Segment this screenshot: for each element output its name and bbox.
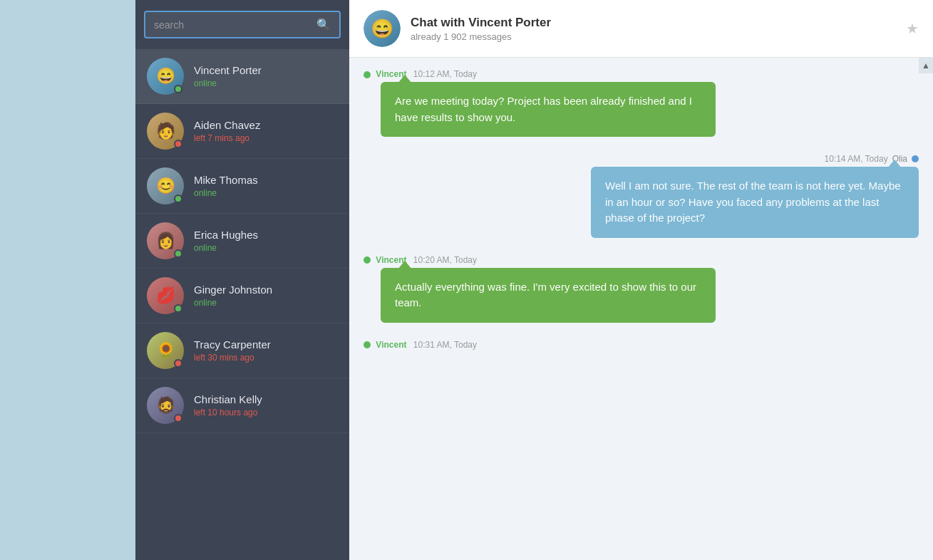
avatar-wrap-aiden-chavez: 🧑 [147,113,184,150]
chat-area: 😄 Chat with Vincent Porter already 1 902… [349,0,933,560]
vincent-status-dot-3 [364,341,371,348]
message-time-1: 10:12 AM, Today [413,69,477,79]
search-button[interactable]: 🔍 [316,18,331,31]
status-dot-christian-kelly [174,414,182,422]
contact-name-ginger-johnston: Ginger Johnston [194,284,272,296]
olia-status-dot [912,155,919,162]
header-info: Chat with Vincent Porter already 1 902 m… [411,16,906,42]
message-bubble-2: Well I am not sure. The rest of the team… [591,167,919,238]
sidebar: 🔍 😄Vincent Porteronline🧑Aiden Chavezleft… [135,0,349,560]
contact-status-ginger-johnston: online [194,298,272,308]
contact-info-christian-kelly: Christian Kellyleft 10 hours ago [194,393,262,418]
message-meta-3: Vincent 10:20 AM, Today [364,255,919,265]
contact-item-vincent-porter[interactable]: 😄Vincent Porteronline [135,49,349,104]
contact-status-mike-thomas: online [194,188,258,198]
contact-list: 😄Vincent Porteronline🧑Aiden Chavezleft 7… [135,49,349,560]
message-bubble-1: Are we meeting today? Project has been a… [381,82,716,137]
search-input[interactable] [154,19,316,31]
message-meta-1: Vincent 10:12 AM, Today [364,69,919,79]
contact-name-erica-hughes: Erica Hughes [194,229,258,241]
chat-subtitle: already 1 902 messages [411,31,906,42]
status-dot-erica-hughes [174,249,182,258]
message-meta-4: Vincent 10:31 AM, Today [364,340,919,350]
avatar-face-aiden-chavez: 🧑 [156,113,175,150]
contact-info-aiden-chavez: Aiden Chavezleft 7 mins ago [194,119,260,143]
status-dot-ginger-johnston [174,304,182,313]
contact-item-ginger-johnston[interactable]: 💋Ginger Johnstononline [135,269,349,323]
header-avatar-icon: 😄 [371,10,393,47]
message-bubble-3: Actually everything was fine. I'm very e… [381,268,716,323]
chat-header: 😄 Chat with Vincent Porter already 1 902… [349,0,933,58]
vincent-status-dot-2 [364,256,371,264]
chat-title: Chat with Vincent Porter [411,16,906,30]
avatar-face-christian-kelly: 🧔 [156,387,175,424]
contact-status-erica-hughes: online [194,243,258,253]
contact-name-aiden-chavez: Aiden Chavez [194,119,260,131]
search-bar[interactable]: 🔍 [144,11,341,38]
avatar-wrap-christian-kelly: 🧔 [147,387,184,424]
avatar-face-vincent-porter: 😄 [156,58,175,95]
contact-status-tracy-carpenter: left 30 mins ago [194,353,271,363]
status-dot-tracy-carpenter [174,359,182,368]
scroll-up-arrow[interactable]: ▲ [919,58,933,73]
contact-item-tracy-carpenter[interactable]: 🌻Tracy Carpenterleft 30 mins ago [135,323,349,378]
header-avatar: 😄 [364,10,401,47]
contact-info-erica-hughes: Erica Hughesonline [194,229,258,253]
left-background [0,0,135,560]
message-sender-4: Vincent [376,340,406,350]
contact-info-mike-thomas: Mike Thomasonline [194,174,258,198]
avatar-face-ginger-johnston: 💋 [156,277,175,314]
message-group-2: 10:14 AM, Today Olia Well I am not sure.… [364,154,919,238]
avatar-wrap-ginger-johnston: 💋 [147,277,184,314]
message-group-4: Vincent 10:31 AM, Today [364,340,919,353]
messages-container[interactable]: ▲ Vincent 10:12 AM, Today Are we meeting… [349,58,933,560]
contact-info-tracy-carpenter: Tracy Carpenterleft 30 mins ago [194,338,271,363]
message-time-4: 10:31 AM, Today [413,340,477,350]
message-time-3: 10:20 AM, Today [413,255,477,265]
contact-name-tracy-carpenter: Tracy Carpenter [194,338,271,351]
contact-name-christian-kelly: Christian Kelly [194,393,262,405]
avatar-wrap-mike-thomas: 😊 [147,167,184,204]
message-group-1: Vincent 10:12 AM, Today Are we meeting t… [364,69,919,137]
vincent-status-dot [364,71,371,78]
message-time-2: 10:14 AM, Today [824,154,887,164]
contact-info-vincent-porter: Vincent Porteronline [194,64,262,88]
status-dot-mike-thomas [174,195,182,203]
contact-status-vincent-porter: online [194,78,262,88]
avatar-face-erica-hughes: 👩 [156,222,175,259]
contact-name-vincent-porter: Vincent Porter [194,64,262,76]
header-avatar-image: 😄 [364,10,401,47]
status-dot-vincent-porter [174,85,182,93]
avatar-face-mike-thomas: 😊 [156,167,175,204]
contact-name-mike-thomas: Mike Thomas [194,174,258,186]
contact-info-ginger-johnston: Ginger Johnstononline [194,284,272,308]
avatar-wrap-vincent-porter: 😄 [147,58,184,95]
message-group-3: Vincent 10:20 AM, Today Actually everyth… [364,255,919,323]
contact-item-erica-hughes[interactable]: 👩Erica Hughesonline [135,214,349,269]
contact-status-aiden-chavez: left 7 mins ago [194,133,260,143]
status-dot-aiden-chavez [174,140,182,148]
contact-status-christian-kelly: left 10 hours ago [194,408,262,418]
contact-item-mike-thomas[interactable]: 😊Mike Thomasonline [135,159,349,214]
star-button[interactable]: ★ [906,20,919,37]
contact-item-christian-kelly[interactable]: 🧔Christian Kellyleft 10 hours ago [135,378,349,433]
avatar-face-tracy-carpenter: 🌻 [156,332,175,369]
avatar-wrap-erica-hughes: 👩 [147,222,184,259]
message-meta-2: 10:14 AM, Today Olia [824,154,919,164]
contact-item-aiden-chavez[interactable]: 🧑Aiden Chavezleft 7 mins ago [135,104,349,159]
avatar-wrap-tracy-carpenter: 🌻 [147,332,184,369]
